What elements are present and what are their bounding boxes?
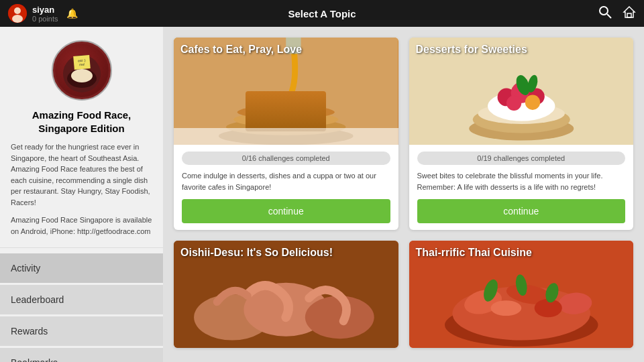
oishii-image: Oishii-Desu: It's So Delicious! xyxy=(174,241,398,348)
top-navigation: siyan 0 points 🔔 Select A Topic xyxy=(0,0,644,27)
cafes-bottom: 0/16 challenges completed Come indulge i… xyxy=(174,145,398,230)
svg-point-3 xyxy=(600,7,608,15)
topic-card-desserts: Desserts for Sweeties 0/19 challenges co… xyxy=(409,38,634,230)
svg-point-42 xyxy=(490,300,521,316)
svg-rect-6 xyxy=(627,13,631,17)
nav-avatar xyxy=(8,4,27,23)
activity-label: Activity xyxy=(11,263,40,274)
svg-point-18 xyxy=(289,111,298,123)
sidebar-item-leaderboard[interactable]: Leaderboard xyxy=(0,285,163,314)
topics-grid: Cafes to Eat, Pray, Love 0/16 challenges… xyxy=(174,38,633,348)
sidebar-item-rewards[interactable]: Rewards xyxy=(0,316,163,346)
svg-point-16 xyxy=(233,112,338,127)
user-details: siyan 0 points xyxy=(32,5,58,23)
svg-point-2 xyxy=(12,15,23,23)
cafes-title: Cafes to Eat, Pray, Love xyxy=(180,43,302,57)
svg-point-17 xyxy=(237,105,335,119)
nav-actions xyxy=(598,5,636,22)
svg-point-29 xyxy=(525,95,539,110)
topic-card-oishii: Oishii-Desu: It's So Delicious! xyxy=(174,241,398,348)
svg-point-14 xyxy=(219,127,354,145)
svg-line-4 xyxy=(607,14,611,18)
home-icon[interactable] xyxy=(623,5,636,22)
desserts-progress: 0/19 challenges completed xyxy=(417,152,626,165)
main-content: Cafes to Eat, Pray, Love 0/16 challenges… xyxy=(163,27,644,362)
profile-avatar: eat :) me! xyxy=(52,40,112,101)
svg-marker-5 xyxy=(624,7,635,17)
cafes-continue-button[interactable]: continue xyxy=(182,199,390,223)
svg-point-35 xyxy=(305,296,374,339)
cafes-progress: 0/16 challenges completed xyxy=(182,152,390,165)
svg-point-1 xyxy=(14,7,21,14)
desserts-continue-button[interactable]: continue xyxy=(417,199,626,223)
desserts-image: Desserts for Sweeties xyxy=(409,38,634,145)
cafes-description: Come indulge in desserts, dishes and a c… xyxy=(182,170,390,192)
desserts-description: Sweet bites to celebrate the blissful mo… xyxy=(417,170,626,192)
svg-point-28 xyxy=(506,96,521,111)
cafes-progress-label: 0/16 challenges completed xyxy=(242,154,330,162)
profile-name: Amazing Food Race, Singapore Edition xyxy=(11,109,152,135)
points-label: 0 points xyxy=(32,15,58,23)
desserts-progress-label: 0/19 challenges completed xyxy=(477,154,565,162)
svg-text:me!: me! xyxy=(78,62,85,67)
leaderboard-label: Leaderboard xyxy=(11,294,64,305)
bell-icon[interactable]: 🔔 xyxy=(66,8,78,19)
topic-card-cafes: Cafes to Eat, Pray, Love 0/16 challenges… xyxy=(174,38,398,230)
page-title: Select A Topic xyxy=(288,8,356,19)
oishii-title: Oishii-Desu: It's So Delicious! xyxy=(180,246,333,260)
desserts-title: Desserts for Sweeties xyxy=(416,43,527,57)
topic-card-thai: Thai-rrific Thai Cuisine xyxy=(409,241,634,348)
sidebar: eat :) me! Amazing Food Race, Singapore … xyxy=(0,27,163,362)
cafes-image: Cafes to Eat, Pray, Love xyxy=(174,38,398,145)
profile-link: Amazing Food Race Singapore is available… xyxy=(11,215,152,237)
sidebar-item-bookmarks[interactable]: Bookmarks xyxy=(0,348,163,362)
bookmarks-label: Bookmarks xyxy=(11,357,58,362)
profile-section: eat :) me! Amazing Food Race, Singapore … xyxy=(0,27,163,248)
username-label: siyan xyxy=(32,5,58,15)
search-icon[interactable] xyxy=(598,5,612,22)
desserts-bottom: 0/19 challenges completed Sweet bites to… xyxy=(409,145,634,230)
svg-point-9 xyxy=(71,69,93,82)
sidebar-item-activity[interactable]: Activity xyxy=(0,253,163,283)
avatar-inner: eat :) me! xyxy=(55,44,109,97)
rewards-label: Rewards xyxy=(11,326,48,337)
thai-title: Thai-rrific Thai Cuisine xyxy=(416,246,532,260)
main-layout: eat :) me! Amazing Food Race, Singapore … xyxy=(0,27,644,362)
sidebar-menu: Activity Leaderboard Rewards Bookmarks xyxy=(0,253,163,362)
profile-description: Get ready for the hungriest race ever in… xyxy=(11,141,152,208)
thai-image: Thai-rrific Thai Cuisine xyxy=(409,241,634,348)
user-info: siyan 0 points 🔔 xyxy=(8,4,78,23)
